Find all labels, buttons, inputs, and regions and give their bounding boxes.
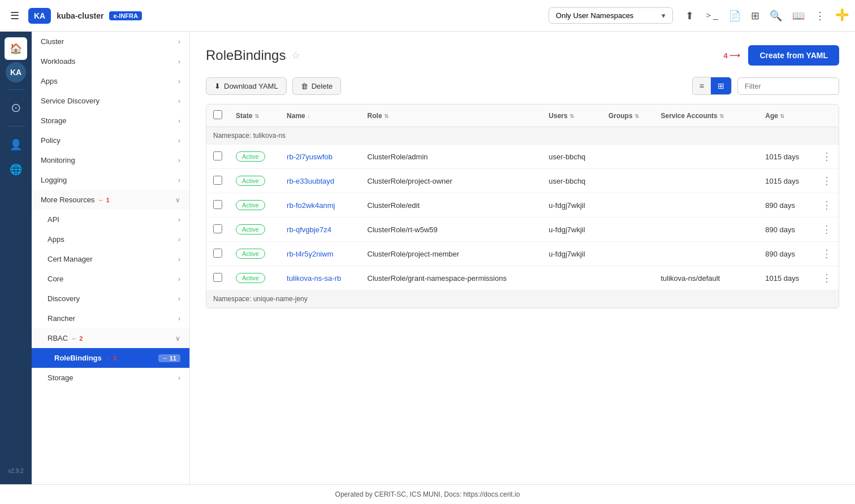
chevron-down-icon: ∨: [175, 196, 180, 204]
nav-storage[interactable]: Storage ›: [32, 111, 189, 131]
nav-apps[interactable]: Apps ›: [32, 71, 189, 91]
namespace-row-1: Namespace: tulikova-ns: [206, 127, 839, 145]
table-row: Active rb-fo2wk4anmj ClusterRole/edit u-…: [206, 193, 839, 218]
row-checkbox[interactable]: [213, 176, 222, 185]
sidebar-network-icon[interactable]: ⊙: [5, 97, 27, 119]
row-checkbox[interactable]: [213, 249, 222, 258]
view-toggle: ≡ ⊞: [692, 77, 732, 95]
toolbar: ⬇ Download YAML 🗑 Delete ≡ ⊞: [206, 77, 839, 95]
users-column-header[interactable]: Users ⇅: [542, 105, 602, 127]
chevron-right-icon: ›: [178, 216, 180, 224]
state-column-header[interactable]: State ⇅: [229, 105, 280, 127]
nav-rolebindings[interactable]: RoleBindings ← 3 ↔ 11: [32, 348, 189, 368]
chevron-right-icon: ›: [178, 97, 180, 105]
row-checkbox[interactable]: [213, 151, 222, 160]
chevron-right-icon: ›: [178, 275, 180, 283]
page-title-row: RoleBindings ☆: [206, 47, 300, 63]
row-checkbox[interactable]: [213, 273, 222, 282]
chevron-down-icon: ∨: [175, 334, 180, 342]
chevron-right-icon: ›: [178, 137, 180, 145]
row-actions-menu[interactable]: ⋮: [822, 151, 832, 162]
grid-view-button[interactable]: ⊞: [711, 77, 731, 94]
role-column-header[interactable]: Role ⇅: [361, 105, 542, 127]
create-from-yaml-button[interactable]: Create from YAML: [748, 45, 839, 66]
name-link[interactable]: rb-t4r5y2niwm: [287, 250, 333, 258]
nav-workloads[interactable]: Workloads ›: [32, 51, 189, 71]
sidebar-avatar[interactable]: KA: [6, 62, 26, 82]
nav-service-discovery[interactable]: Service Discovery ›: [32, 91, 189, 111]
book-icon[interactable]: 📖: [792, 10, 805, 22]
grid-icon[interactable]: ⊞: [751, 10, 759, 22]
cluster-name: kuba-cluster: [57, 11, 103, 20]
download-yaml-button[interactable]: ⬇ Download YAML: [206, 77, 287, 95]
upload-icon[interactable]: ⬆: [685, 10, 694, 22]
filter-input[interactable]: [737, 77, 839, 95]
cluster-initials: KA: [34, 11, 45, 20]
cluster-badge[interactable]: KA: [28, 8, 51, 24]
row-actions-menu[interactable]: ⋮: [822, 199, 832, 211]
rolebindings-table: State ⇅ Name ↓ Role ⇅ Users ⇅ Groups ⇅ S…: [206, 104, 839, 309]
chevron-right-icon: ›: [178, 38, 180, 46]
add-icon[interactable]: ✛: [835, 6, 848, 25]
sidebar-divider-2: [7, 126, 24, 127]
nav-monitoring[interactable]: Monitoring ›: [32, 150, 189, 170]
trash-icon: 🗑: [301, 82, 308, 90]
select-all-checkbox[interactable]: [213, 110, 222, 119]
name-link[interactable]: rb-2l7yuswfob: [287, 153, 332, 161]
nav-core[interactable]: Core ›: [32, 269, 189, 289]
namespace-row-2: Namespace: unique-name-jeny: [206, 290, 839, 308]
rolebindings-count-badge: ↔ 11: [158, 354, 180, 362]
terminal-icon[interactable]: ＞_: [704, 10, 718, 21]
row-actions-menu[interactable]: ⋮: [822, 272, 832, 284]
chevron-right-icon: ›: [178, 157, 180, 164]
nav-apps-sub[interactable]: Apps ›: [32, 229, 189, 249]
download-icon: ⬇: [214, 82, 221, 90]
table-row: Active tulikova-ns-sa-rb ClusterRole/gra…: [206, 266, 839, 290]
nav-more-resources[interactable]: More Resources ← 1 ∨: [32, 190, 189, 210]
sidebar-user-icon[interactable]: 👤: [5, 133, 27, 156]
table-row: Active rb-e33uubtayd ClusterRole/project…: [206, 169, 839, 193]
name-link[interactable]: rb-fo2wk4anmj: [287, 201, 335, 210]
nav-logging[interactable]: Logging ›: [32, 170, 189, 190]
sidebar-divider-1: [7, 89, 24, 90]
name-link[interactable]: rb-e33uubtayd: [287, 177, 334, 185]
name-link[interactable]: rb-qfvgbje7z4: [287, 225, 331, 234]
document-icon[interactable]: 📄: [728, 10, 741, 22]
nav-cluster[interactable]: Cluster ›: [32, 32, 189, 51]
nav-policy[interactable]: Policy ›: [32, 131, 189, 150]
name-link[interactable]: tulikova-ns-sa-rb: [287, 274, 341, 283]
name-column-header[interactable]: Name ↓: [280, 105, 360, 127]
row-checkbox[interactable]: [213, 224, 222, 233]
delete-button[interactable]: 🗑 Delete: [292, 77, 342, 95]
chevron-right-icon: ›: [178, 374, 180, 382]
row-checkbox[interactable]: [213, 200, 222, 209]
layout: 🏠 KA ⊙ 👤 🌐 v2.9.2 Cluster › Workloads › …: [0, 32, 855, 484]
row-actions-menu[interactable]: ⋮: [822, 175, 832, 186]
service-accounts-column-header[interactable]: Service Accounts ⇅: [654, 105, 745, 127]
favorite-star-icon[interactable]: ☆: [291, 49, 300, 62]
row-actions-menu[interactable]: ⋮: [822, 248, 832, 259]
more-icon[interactable]: ⋮: [815, 10, 825, 22]
chevron-right-icon: ›: [178, 255, 180, 263]
groups-column-header[interactable]: Groups ⇅: [602, 105, 654, 127]
sidebar-globe-icon[interactable]: 🌐: [5, 158, 27, 181]
search-icon[interactable]: 🔍: [770, 10, 782, 22]
namespace-select[interactable]: Only User Namespaces ▾: [549, 7, 673, 24]
nav-api[interactable]: API ›: [32, 210, 189, 229]
list-view-button[interactable]: ≡: [693, 77, 711, 94]
page-header: RoleBindings ☆ 4 ⟶ Create from YAML: [206, 45, 839, 66]
nav-rancher[interactable]: Rancher ›: [32, 309, 189, 328]
sidebar-home-icon[interactable]: 🏠: [5, 37, 27, 60]
row-actions-menu[interactable]: ⋮: [822, 224, 832, 235]
hamburger-menu[interactable]: ☰: [7, 6, 23, 25]
status-badge: Active: [236, 176, 265, 186]
annotation4-label: 4 ⟶: [724, 51, 741, 60]
status-badge: Active: [236, 273, 265, 283]
nav-storage-sub[interactable]: Storage ›: [32, 368, 189, 388]
topbar-icons: ⬆ ＞_ 📄 ⊞ 🔍 📖 ⋮ ✛: [685, 6, 848, 25]
nav-rbac[interactable]: RBAC ← 2 ∨: [32, 328, 189, 348]
chevron-right-icon: ›: [178, 236, 180, 244]
age-column-header[interactable]: Age ⇅: [758, 105, 815, 127]
nav-cert-manager[interactable]: Cert Manager ›: [32, 249, 189, 269]
nav-discovery[interactable]: Discovery ›: [32, 289, 189, 309]
